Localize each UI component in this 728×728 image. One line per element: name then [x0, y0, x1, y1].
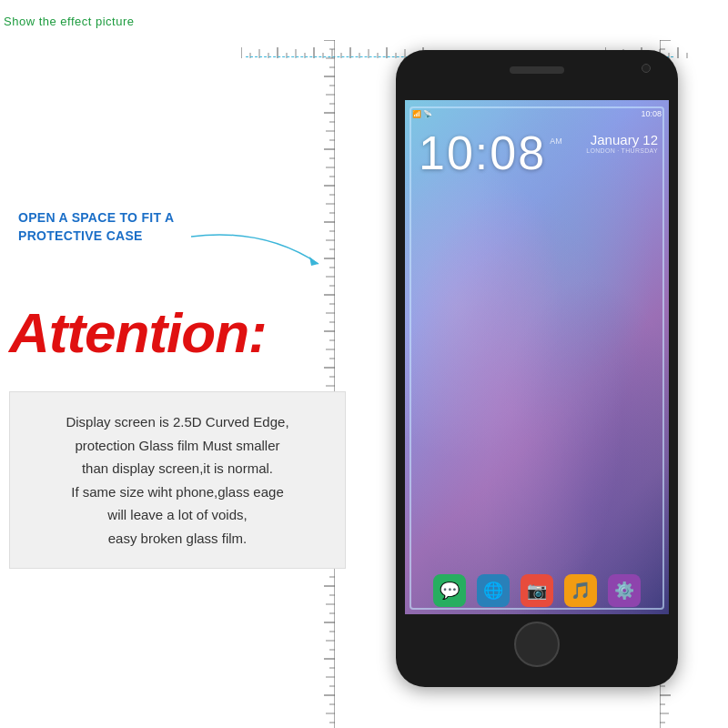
app-icon-phone: 📷 [521, 574, 553, 607]
phone-camera [642, 64, 651, 73]
phone-time: 10:08 [419, 126, 546, 180]
app-icons-row: 💬 🌐 📷 🎵 ⚙️ [405, 574, 669, 607]
phone-home-button [514, 622, 560, 667]
app-icon-camera: 🎵 [564, 574, 597, 607]
svg-marker-186 [309, 257, 318, 266]
phone-screen: 📶 📡 10:08 10:08 AM January 12 LONDON · T… [405, 100, 669, 614]
phone-date-area: January 12 LONDON · THURSDAY [586, 132, 658, 154]
phone-am: AM [550, 136, 562, 146]
status-time: 10:08 [641, 109, 662, 118]
app-icon-messages: 💬 [433, 574, 466, 607]
description-content: Display screen is 2.5D Curved Edge, prot… [33, 410, 322, 550]
open-space-label: OPEN A SPACE TO FIT A PROTECTIVE CASE [18, 209, 200, 245]
app-icon-browser: 🌐 [477, 574, 510, 607]
app-icon-settings: ⚙️ [608, 574, 641, 607]
phone-speaker [510, 66, 564, 74]
arrow-indicator [191, 218, 337, 273]
ruler-vertical-left [317, 40, 335, 728]
attention-text: Attention: [9, 300, 267, 365]
show-effect-label: Show the effect picture [4, 15, 135, 28]
phone-body: 📶 📡 10:08 10:08 AM January 12 LONDON · T… [396, 50, 678, 687]
status-icons-left: 📶 📡 [412, 110, 432, 118]
phone-location: LONDON · THURSDAY [586, 147, 658, 154]
description-box: Display screen is 2.5D Curved Edge, prot… [9, 391, 346, 569]
phone: 📶 📡 10:08 10:08 AM January 12 LONDON · T… [396, 50, 678, 687]
status-bar: 📶 📡 10:08 [405, 106, 669, 122]
phone-date: January 12 [586, 132, 658, 147]
